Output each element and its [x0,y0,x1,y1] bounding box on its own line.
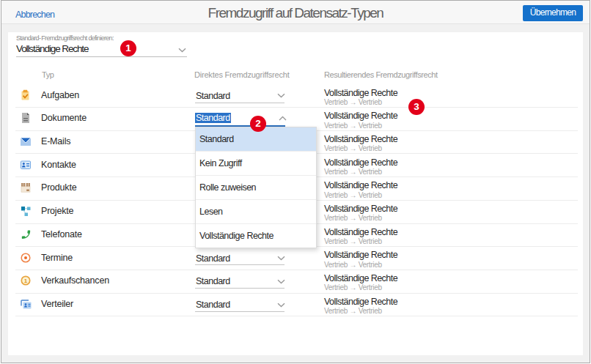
svg-text:1: 1 [24,278,28,284]
